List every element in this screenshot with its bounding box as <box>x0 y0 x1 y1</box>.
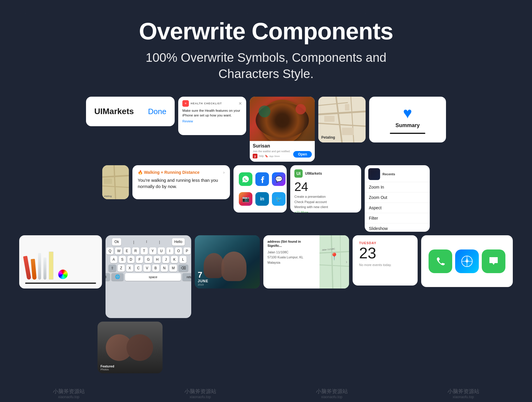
page-subtitle: 100% Overwrite Symbols, Components and C… <box>133 50 399 82</box>
kb-m[interactable]: M <box>169 265 177 272</box>
kb-e[interactable]: E <box>124 247 131 255</box>
art-bottom-line <box>25 283 96 284</box>
kb-s[interactable]: S <box>119 256 126 263</box>
art-tools-display <box>25 252 96 280</box>
kb-return[interactable]: return <box>182 273 191 281</box>
photo-year: 2019 <box>198 283 208 286</box>
kb-d[interactable]: D <box>127 256 135 263</box>
kb-delete[interactable]: ⌫ <box>179 265 188 272</box>
address-line2: 57100 Kuala Lumpur, KL <box>267 255 315 260</box>
kb-r[interactable]: R <box>132 247 139 255</box>
messenger-icon[interactable]: 💬 <box>272 172 286 186</box>
featured-label: Featured Photos <box>100 364 114 371</box>
notif-app-icon: UI <box>294 169 303 178</box>
person-silhouette-2 <box>221 252 246 281</box>
health-body: Make sure the Health features on your iP… <box>182 108 242 118</box>
svg-rect-14 <box>319 235 349 288</box>
kb-pred-ok[interactable]: Ok <box>112 238 121 246</box>
address-line1: Jalan 11/108C <box>267 250 315 255</box>
kb-q[interactable]: Q <box>106 247 113 255</box>
address-title: address (Siri found in Signific... <box>267 239 315 248</box>
kb-n[interactable]: N <box>161 265 168 272</box>
row-3: Ok | I | Hello Q W E R T Y U I O <box>6 235 526 318</box>
kb-v[interactable]: V <box>143 265 150 272</box>
featured-faces <box>107 334 153 361</box>
row-4: Featured Photos <box>6 322 526 373</box>
summary-line <box>390 133 425 134</box>
ctx-filter[interactable]: Filter <box>365 213 430 223</box>
watermark-3: 小脑斧资源站 xiaonaofu.top <box>316 388 348 399</box>
svg-point-24 <box>466 260 468 262</box>
phone-icon[interactable] <box>429 249 452 273</box>
svg-rect-13 <box>104 179 112 184</box>
summary-heart-icon: ♥ <box>403 105 412 121</box>
ctx-aspect[interactable]: Aspect <box>365 203 430 213</box>
brand-name: UIMarkets <box>94 107 134 116</box>
health-header: + HEALTH CHECKLIST ✕ <box>182 100 242 107</box>
kb-w[interactable]: W <box>115 247 122 255</box>
kb-b[interactable]: B <box>152 265 159 272</box>
kb-p[interactable]: P <box>184 247 191 255</box>
safari-icon[interactable] <box>455 249 479 273</box>
kb-pred-sep1: | <box>131 238 137 246</box>
twitter-icon[interactable]: 🐦 <box>272 192 286 206</box>
map-pin-icon: 📍 <box>330 252 339 261</box>
map-petaling-card: Petaling <box>318 97 366 142</box>
kb-space[interactable]: space <box>125 273 181 281</box>
photo-bg: 7 JUNE 2019 <box>195 235 260 288</box>
food-open-button[interactable]: Open <box>293 151 312 158</box>
kb-z[interactable]: Z <box>118 265 125 272</box>
kb-o[interactable]: O <box>175 247 182 255</box>
kb-j[interactable]: J <box>162 256 169 263</box>
done-button[interactable]: Done <box>148 107 166 116</box>
small-map-label: etaling <box>104 195 112 197</box>
kb-k[interactable]: K <box>171 256 178 263</box>
yelp-text: Yelp <box>259 155 264 158</box>
svg-rect-8 <box>345 104 349 111</box>
row-1: UIMarkets Done + HEALTH CHECKLIST ✕ Make… <box>6 97 526 162</box>
ctx-zoom-in[interactable]: Zoom In <box>365 182 430 192</box>
notification-card: UI UIMarkets 24 Create a presentation Ch… <box>290 165 361 213</box>
walking-card: 🔥 Walking + Running Distance › You're wa… <box>132 165 230 199</box>
kb-a[interactable]: A <box>110 256 117 263</box>
addr-chevron-icon[interactable]: › <box>346 259 347 265</box>
kb-h[interactable]: H <box>154 256 161 263</box>
kb-g[interactable]: G <box>145 256 152 263</box>
food-detail: Surisan Join the waitlist and get notifi… <box>250 141 315 162</box>
art-ruler <box>49 252 53 280</box>
food-name: Surisan <box>253 143 312 149</box>
kb-i[interactable]: I <box>166 247 173 255</box>
health-close-icon[interactable]: ✕ <box>239 101 242 106</box>
ctx-slideshow[interactable]: Slideshow <box>365 223 430 232</box>
calendar-card: TUESDAY 23 No more events today. <box>353 235 418 286</box>
kb-numbers[interactable]: 123 <box>106 273 110 281</box>
kb-f[interactable]: F <box>136 256 143 263</box>
health-tag: HEALTH CHECKLIST <box>191 102 222 105</box>
kb-pred-hello[interactable]: Hello <box>172 238 185 246</box>
kb-t[interactable]: T <box>141 247 148 255</box>
svg-rect-6 <box>324 116 335 122</box>
kb-u[interactable]: U <box>158 247 165 255</box>
art-pen-red <box>23 256 31 280</box>
kb-c[interactable]: C <box>135 265 142 272</box>
cards-area: UIMarkets Done + HEALTH CHECKLIST ✕ Make… <box>0 97 532 377</box>
walk-body: You're walking and running less than you… <box>138 177 225 189</box>
kb-y[interactable]: Y <box>149 247 156 255</box>
kb-globe[interactable]: 🌐 <box>111 273 124 281</box>
kb-shift[interactable]: ⇧ <box>108 265 116 272</box>
kb-l[interactable]: L <box>179 256 186 263</box>
whatsapp-icon[interactable] <box>239 172 252 186</box>
linkedin-icon[interactable]: in <box>255 192 269 206</box>
apps-grid-card: 💬 📷 in 🐦 <box>233 165 287 213</box>
kb-x[interactable]: X <box>126 265 133 272</box>
instagram-icon[interactable]: 📷 <box>239 192 252 206</box>
health-review-link[interactable]: Review <box>182 119 242 123</box>
messages-icon[interactable] <box>482 249 505 273</box>
food-image <box>250 97 315 141</box>
photo-june-card: 7 JUNE 2019 <box>195 235 260 288</box>
notif-header: UI UIMarkets <box>294 169 357 178</box>
ctx-app-name: Recents <box>382 172 395 176</box>
color-wheel-icon[interactable] <box>58 270 68 279</box>
facebook-icon[interactable] <box>255 172 269 186</box>
ctx-zoom-out[interactable]: Zoom Out <box>365 192 430 203</box>
